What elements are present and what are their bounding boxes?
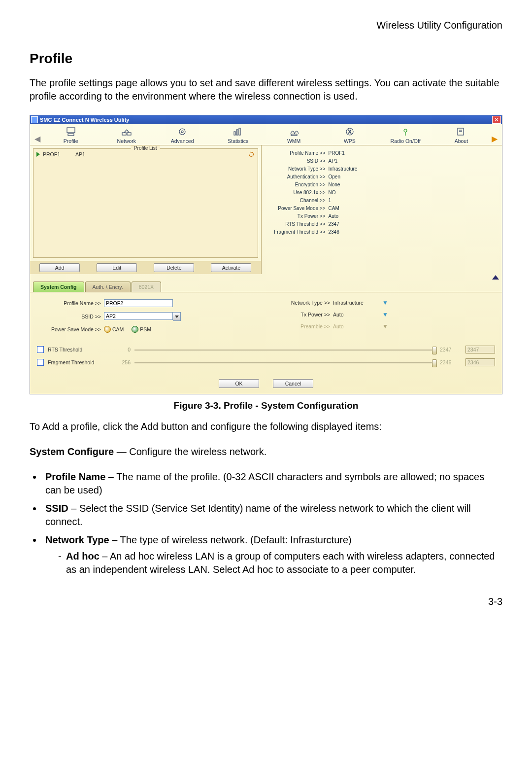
figure-caption: Figure 3-3. Profile - System Configurati… bbox=[30, 400, 502, 411]
profile-list-panel: Profile List PROF1 AP1 Add Edit Delete A… bbox=[30, 145, 262, 274]
toolbar-radio[interactable]: Radio On/Off bbox=[378, 126, 433, 144]
toolbar-statistics[interactable]: Statistics bbox=[210, 126, 266, 144]
psm-label: Power Save Mode >> bbox=[37, 326, 104, 332]
psm-psm-text: PSM bbox=[140, 326, 151, 332]
detail-key: Fragment Threshold >> bbox=[266, 228, 326, 236]
frag-label: Fragment Threshold bbox=[48, 359, 107, 365]
network-type-label: Network Type >> bbox=[276, 300, 333, 306]
svg-point-13 bbox=[404, 129, 407, 132]
detail-value: Auto bbox=[326, 212, 339, 220]
bullet-item: Network Type – The type of wireless netw… bbox=[42, 533, 502, 576]
rts-slider[interactable] bbox=[134, 350, 436, 351]
svg-rect-9 bbox=[236, 130, 238, 135]
tab-8021x[interactable]: 8021X bbox=[132, 281, 161, 292]
sub-bullet-item: Ad hoc – An ad hoc wireless LAN is a gro… bbox=[58, 550, 502, 576]
profile-name-input[interactable] bbox=[104, 299, 173, 307]
toolbar-profile[interactable]: Profile bbox=[43, 126, 99, 144]
toolbar: ◀ Profile Network Advanced Statistics WM… bbox=[30, 124, 502, 145]
detail-value: AP1 bbox=[326, 157, 338, 165]
back-icon[interactable]: ◀ bbox=[32, 133, 43, 144]
tab-auth-encry[interactable]: Auth. \ Encry. bbox=[85, 281, 131, 292]
detail-key: Network Type >> bbox=[266, 165, 326, 173]
detail-key: Channel >> bbox=[266, 197, 326, 205]
detail-value: 2347 bbox=[326, 220, 339, 228]
add-button[interactable]: Add bbox=[39, 263, 80, 272]
tx-power-value[interactable]: Auto bbox=[333, 312, 382, 317]
system-config-form: Profile Name >> SSID >> Power Save Mode … bbox=[30, 292, 502, 343]
forward-icon[interactable]: ▶ bbox=[489, 133, 500, 144]
toolbar-advanced[interactable]: Advanced bbox=[155, 126, 210, 144]
detail-row: Channel >>1 bbox=[266, 197, 498, 205]
detail-value: 1 bbox=[326, 197, 332, 205]
page-number: 3-3 bbox=[30, 596, 502, 607]
bullet-item: SSID – Select the SSID (Service Set Iden… bbox=[42, 502, 502, 528]
active-profile-icon bbox=[36, 152, 40, 157]
svg-line-4 bbox=[124, 130, 127, 133]
window-title: SMC EZ Connect N Wireless Utility bbox=[40, 117, 492, 123]
detail-value: CAM bbox=[326, 205, 339, 212]
svg-line-5 bbox=[127, 130, 129, 133]
bullet-list: Profile Name – The name of the profile. … bbox=[30, 470, 502, 576]
frag-slider[interactable] bbox=[134, 362, 436, 363]
collapse-row bbox=[30, 274, 502, 280]
ok-button[interactable]: OK bbox=[219, 379, 259, 388]
profile-ssid: AP1 bbox=[75, 151, 85, 157]
titlebar: SMC EZ Connect N Wireless Utility ✕ bbox=[30, 115, 502, 124]
activate-button[interactable]: Activate bbox=[211, 263, 251, 272]
chevron-down-icon[interactable]: ▼ bbox=[382, 299, 388, 306]
psm-cam-text: CAM bbox=[112, 326, 124, 332]
toolbar-wmm[interactable]: WMM bbox=[266, 126, 322, 144]
svg-rect-1 bbox=[68, 134, 74, 136]
cancel-button[interactable]: Cancel bbox=[273, 379, 313, 388]
detail-key: RTS Threshold >> bbox=[266, 220, 326, 228]
detail-key: Profile Name >> bbox=[266, 149, 326, 157]
preamble-label: Preamble >> bbox=[276, 323, 333, 329]
profile-details-panel: Profile Name >>PROF1SSID >>AP1Network Ty… bbox=[262, 145, 502, 274]
frag-max: 2346 bbox=[440, 359, 462, 365]
psm-psm-radio[interactable] bbox=[132, 326, 138, 333]
profile-list-buttons: Add Edit Delete Activate bbox=[30, 261, 261, 274]
ssid-input[interactable] bbox=[104, 312, 173, 320]
detail-value: NO bbox=[326, 189, 336, 197]
detail-value: Open bbox=[326, 173, 340, 181]
detail-row: Fragment Threshold >>2346 bbox=[266, 228, 498, 236]
svg-rect-11 bbox=[291, 134, 297, 136]
slider-thumb-icon[interactable] bbox=[432, 347, 437, 354]
detail-row: RTS Threshold >>2347 bbox=[266, 220, 498, 228]
main-panel: Profile List PROF1 AP1 Add Edit Delete A… bbox=[30, 145, 502, 274]
detail-key: Tx Power >> bbox=[266, 212, 326, 220]
tab-system-config[interactable]: System Config bbox=[33, 281, 84, 292]
delete-button[interactable]: Delete bbox=[154, 263, 194, 272]
add-profile-instruction: To Add a profile, click the Add button a… bbox=[30, 420, 502, 433]
network-type-value[interactable]: Infrastructure bbox=[333, 300, 382, 306]
rts-value: 2347 bbox=[466, 346, 495, 353]
detail-value: None bbox=[326, 181, 340, 189]
toolbar-about[interactable]: About bbox=[433, 126, 489, 144]
toolbar-wps[interactable]: WPS bbox=[322, 126, 377, 144]
slider-section: RTS Threshold 0 2347 2347 Fragment Thres… bbox=[30, 343, 502, 376]
rts-checkbox[interactable] bbox=[37, 346, 44, 353]
preamble-value: Auto bbox=[333, 323, 382, 329]
toolbar-network[interactable]: Network bbox=[99, 126, 154, 144]
close-icon[interactable]: ✕ bbox=[492, 116, 501, 124]
slider-thumb-icon[interactable] bbox=[432, 359, 437, 367]
detail-key: Use 802.1x >> bbox=[266, 189, 326, 197]
collapse-icon[interactable] bbox=[492, 275, 499, 280]
frag-checkbox[interactable] bbox=[37, 359, 44, 366]
detail-row: Power Save Mode >>CAM bbox=[266, 205, 498, 212]
detail-row: Network Type >>Infrastructure bbox=[266, 165, 498, 173]
chevron-down-icon[interactable]: ▼ bbox=[382, 311, 388, 318]
detail-value: PROF1 bbox=[326, 149, 345, 157]
rts-max: 2347 bbox=[440, 347, 462, 352]
psm-cam-radio[interactable] bbox=[104, 326, 111, 333]
config-tabs: System Config Auth. \ Encry. 8021X bbox=[30, 280, 502, 292]
frag-value: 2346 bbox=[466, 358, 495, 366]
wireless-utility-window: SMC EZ Connect N Wireless Utility ✕ ◀ Pr… bbox=[30, 115, 502, 394]
edit-button[interactable]: Edit bbox=[97, 263, 137, 272]
detail-key: Authentication >> bbox=[266, 173, 326, 181]
detail-row: SSID >>AP1 bbox=[266, 157, 498, 165]
svg-rect-10 bbox=[239, 128, 240, 135]
ssid-dropdown-icon[interactable] bbox=[173, 312, 181, 321]
form-buttons: OK Cancel bbox=[30, 376, 502, 394]
detail-row: Authentication >>Open bbox=[266, 173, 498, 181]
